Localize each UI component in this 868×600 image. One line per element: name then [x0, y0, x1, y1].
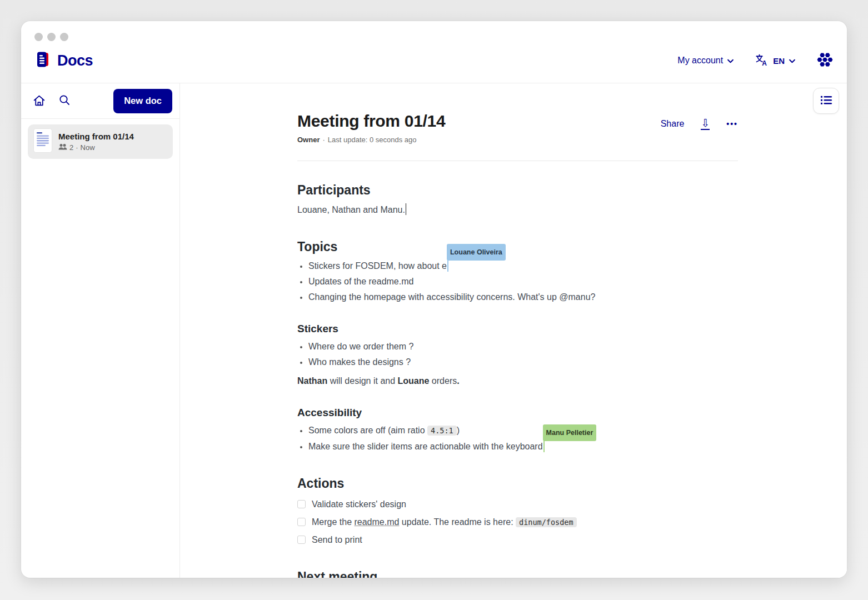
home-icon [32, 93, 46, 109]
people-icon [58, 143, 67, 152]
task-checkbox[interactable] [297, 500, 306, 508]
doc-item-meta: 2 · Now [58, 143, 134, 152]
topics-list: Stickers for FOSDEM, how about eLouane O… [297, 259, 738, 304]
meta-separator: · [76, 143, 78, 152]
readme-link[interactable]: readme.md [354, 517, 399, 527]
main-area: New doc Meeting from 01/14 [21, 83, 847, 578]
sidebar-doc-item[interactable]: Meeting from 01/14 2 · Now [28, 124, 173, 159]
window-dot [60, 33, 68, 41]
docs-logo-icon [34, 51, 52, 71]
document-meta: Owner · Last update: 0 seconds ago [297, 136, 445, 144]
heading-participants: Participants [297, 182, 738, 198]
code-chip: dinum/fosdem [516, 517, 577, 527]
doc-item-title: Meeting from 01/14 [58, 132, 134, 141]
doc-thumbnail [33, 128, 52, 155]
list-icon [820, 94, 832, 108]
header-controls: My account [677, 52, 834, 69]
task-list: Validate stickers' design Merge the read… [297, 498, 738, 547]
header-divider [297, 161, 738, 161]
chevron-down-icon [789, 56, 795, 66]
home-button[interactable] [28, 91, 49, 112]
document-editor: Meeting from 01/14 Owner · Last update: … [180, 83, 738, 578]
collaborator-name-badge: Louane Oliveira [447, 244, 506, 261]
content-area: Meeting from 01/14 Owner · Last update: … [180, 83, 847, 578]
task-checkbox[interactable] [297, 518, 306, 526]
more-options-icon[interactable]: ••• [726, 119, 738, 128]
sidebar: New doc Meeting from 01/14 [21, 83, 180, 578]
docs-logo[interactable]: Docs [34, 51, 93, 71]
stickers-note: Nathan will design it and Louane orders. [297, 374, 738, 388]
sidebar-toolbar: New doc [21, 83, 179, 119]
table-of-contents-button[interactable] [813, 88, 839, 114]
download-icon[interactable]: ⇩ [701, 118, 710, 130]
chevron-down-icon [727, 56, 734, 66]
stickers-list: Where do we order them ? Who makes the d… [297, 340, 738, 369]
heading-topics: Topics [297, 239, 738, 254]
owner-badge: Owner [297, 136, 320, 144]
task-checkbox[interactable] [297, 536, 306, 544]
participants-text: Louane, Nathan and Manu. [297, 203, 738, 217]
task-row: Merge the readme.md update. The readme i… [297, 516, 738, 529]
collaborator-name-badge: Manu Pelletier [543, 424, 597, 441]
translate-icon: A [755, 53, 769, 69]
my-account-label: My account [677, 56, 723, 66]
doc-updated-time: Now [81, 143, 95, 152]
task-row: Validate stickers' design [297, 498, 738, 511]
text-cursor [406, 203, 407, 215]
search-button[interactable] [54, 91, 75, 112]
apps-waffle-button[interactable] [816, 52, 834, 69]
heading-next-meeting: Next meeting [297, 569, 738, 578]
new-doc-button[interactable]: New doc [113, 89, 172, 113]
task-row: Send to print [297, 533, 738, 547]
list-item: Make sure the slider items are actionabl… [308, 439, 738, 453]
task-label: Validate stickers' design [312, 498, 406, 511]
list-item: Updates of the readme.md [308, 275, 738, 288]
list-item: Changing the homepage with accessibility… [308, 291, 738, 304]
document-title: Meeting from 01/14 [297, 111, 445, 131]
my-account-menu[interactable]: My account [677, 56, 734, 66]
window-dot [47, 33, 56, 41]
heading-stickers: Stickers [297, 322, 738, 336]
list-item: Stickers for FOSDEM, how about eLouane O… [308, 259, 738, 273]
document-header: Meeting from 01/14 Owner · Last update: … [297, 111, 738, 144]
app-chrome: Docs My account [21, 21, 847, 83]
doc-members-count: 2 [69, 143, 73, 152]
collaborator-cursor-manu: Manu Pelletier [543, 439, 545, 452]
collaborator-cursor-louane: Louane Oliveira [447, 259, 448, 272]
task-label: Merge the readme.md update. The readme i… [312, 516, 577, 529]
heading-accessibility: Accessibility [297, 406, 738, 419]
task-label: Send to print [312, 533, 362, 547]
app-window: Docs My account [21, 21, 847, 578]
language-selector[interactable]: A EN [755, 53, 795, 69]
list-item: Who makes the designs ? [308, 356, 738, 369]
list-item: Some colors are off (aim ratio 4.5:1) [308, 424, 738, 437]
accessibility-list: Some colors are off (aim ratio 4.5:1) Ma… [297, 424, 738, 453]
app-header: Docs My account [34, 43, 834, 78]
share-button[interactable]: Share [661, 119, 685, 129]
meta-separator: · [322, 136, 325, 144]
app-title: Docs [57, 52, 93, 69]
waffle-hexagons-icon [816, 52, 834, 69]
document-actions: Share ⇩ ••• [661, 111, 738, 130]
search-icon [58, 93, 71, 108]
language-code: EN [773, 56, 785, 66]
window-controls [34, 21, 834, 41]
code-chip: 4.5:1 [427, 426, 457, 436]
svg-text:A: A [762, 59, 767, 67]
window-dot [34, 33, 43, 41]
last-update-text: Last update: 0 seconds ago [328, 136, 417, 144]
list-item: Where do we order them ? [308, 340, 738, 353]
heading-actions: Actions [297, 476, 738, 491]
